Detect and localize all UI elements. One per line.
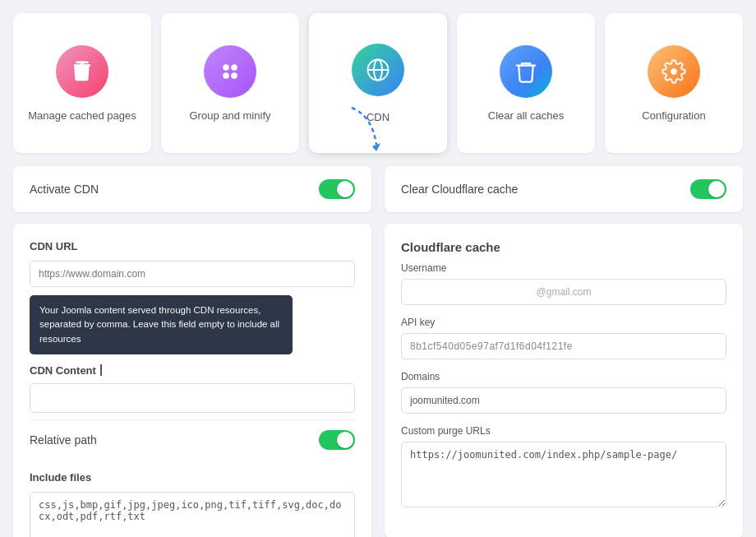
cdn-content-input[interactable] bbox=[30, 383, 355, 413]
top-nav: Manage cached pages Group and minify CDN… bbox=[0, 0, 756, 166]
main-content: Activate CDN CDN URL Your Joomla content… bbox=[0, 166, 756, 537]
clear-cloudflare-label: Clear Cloudflare cache bbox=[401, 183, 518, 196]
cdn-icon bbox=[352, 44, 404, 96]
manage-cached-label: Manage cached pages bbox=[28, 109, 136, 123]
clear-caches-icon bbox=[500, 45, 552, 98]
svg-point-2 bbox=[231, 64, 237, 71]
relative-path-toggle[interactable] bbox=[319, 430, 355, 450]
cdn-url-card: CDN URL Your Joomla content served throu… bbox=[13, 224, 371, 537]
domains-group: Domains bbox=[401, 371, 726, 414]
custom-purge-textarea[interactable] bbox=[401, 442, 726, 507]
custom-purge-group: Custom purge URLs bbox=[401, 425, 726, 510]
domains-input[interactable] bbox=[401, 387, 726, 414]
username-group: Username bbox=[401, 262, 726, 305]
left-panel: Activate CDN CDN URL Your Joomla content… bbox=[13, 166, 371, 537]
activate-cdn-label: Activate CDN bbox=[30, 183, 99, 196]
cloudflare-section-label: Cloudflare cache bbox=[401, 240, 726, 254]
group-minify-label: Group and minify bbox=[190, 109, 271, 123]
cdn-content-section: CDN Content bbox=[30, 364, 355, 413]
dashed-arrow bbox=[327, 104, 393, 153]
cloudflare-cache-card: Cloudflare cache Username API key Domain… bbox=[385, 224, 743, 537]
include-files-textarea[interactable] bbox=[30, 492, 355, 537]
nav-card-clear-caches[interactable]: Clear all caches bbox=[457, 13, 595, 153]
clear-caches-label: Clear all caches bbox=[488, 109, 565, 123]
svg-point-4 bbox=[231, 72, 237, 79]
svg-point-3 bbox=[223, 72, 229, 79]
clear-cloudflare-row: Clear Cloudflare cache bbox=[385, 166, 743, 212]
cdn-content-label: CDN Content bbox=[30, 364, 355, 377]
api-key-group: API key bbox=[401, 317, 726, 359]
nav-card-manage-cached[interactable]: Manage cached pages bbox=[13, 13, 151, 153]
domains-label: Domains bbox=[401, 371, 726, 382]
configuration-label: Configuration bbox=[642, 109, 705, 123]
relative-path-row: Relative path bbox=[30, 419, 355, 460]
configuration-icon bbox=[648, 45, 700, 98]
cursor-blink bbox=[100, 364, 107, 376]
cdn-url-tooltip: Your Joomla content served through CDN r… bbox=[30, 295, 293, 354]
api-key-input[interactable] bbox=[401, 333, 726, 359]
cdn-url-input[interactable] bbox=[30, 261, 355, 287]
activate-cdn-row: Activate CDN bbox=[13, 166, 371, 212]
activate-cdn-toggle[interactable] bbox=[319, 179, 355, 199]
cdn-arrow-container bbox=[352, 44, 404, 108]
cdn-url-label: CDN URL bbox=[30, 240, 355, 252]
nav-card-group-minify[interactable]: Group and minify bbox=[161, 13, 299, 153]
svg-point-1 bbox=[223, 64, 229, 71]
right-panel: Clear Cloudflare cache Cloudflare cache … bbox=[385, 166, 743, 537]
include-files-label: Include files bbox=[30, 471, 355, 484]
nav-card-configuration[interactable]: Configuration bbox=[605, 13, 743, 153]
nav-card-cdn[interactable]: CDN bbox=[309, 13, 447, 153]
manage-cached-icon bbox=[56, 45, 108, 98]
include-files-section: Include files bbox=[30, 471, 355, 537]
api-key-label: API key bbox=[401, 317, 726, 328]
custom-purge-label: Custom purge URLs bbox=[401, 425, 726, 437]
clear-cloudflare-toggle[interactable] bbox=[690, 179, 726, 199]
relative-path-label: Relative path bbox=[30, 433, 97, 447]
group-minify-icon bbox=[204, 45, 256, 98]
username-input[interactable] bbox=[401, 279, 726, 305]
username-label: Username bbox=[401, 262, 726, 274]
